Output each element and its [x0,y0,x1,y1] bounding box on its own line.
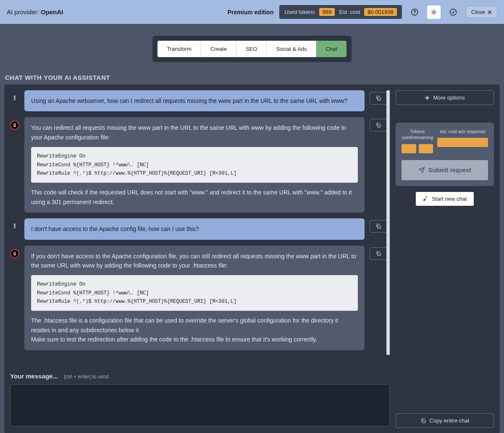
copy-icon [375,251,381,257]
code-block: RewriteEngine On RewriteCond %{HTTP_HOST… [31,147,358,183]
help-icon[interactable] [408,5,421,19]
copy-message-button[interactable] [370,119,387,131]
svg-point-1 [414,13,415,14]
ai-text-after: This code will check if the requested UR… [31,188,358,207]
chat-panel: Using an Apache webserver, how can I red… [4,84,500,433]
provider-name: OpenAI [41,8,63,16]
tab-chat[interactable]: Chat [316,41,346,57]
svg-rect-10 [423,420,425,423]
plus-icon [425,95,430,100]
copy-message-button[interactable] [370,92,387,105]
app-header: AI provider: OpenAI Premium edition Used… [0,0,504,24]
copy-message-button[interactable] [370,247,387,260]
ai-avatar-icon [10,249,19,258]
close-icon [488,10,492,14]
ai-avatar-icon [10,121,19,130]
copy-icon [375,122,381,128]
user-message-bubble: I don't have access to the Apache config… [24,218,365,239]
svg-rect-5 [378,97,380,100]
est-cost-badge: $0.001938 [364,8,396,16]
message-input-area: Your message... [ctrl + enter] to send [10,373,390,428]
copy-message-button[interactable] [370,220,387,233]
check-circle-icon[interactable] [446,5,460,19]
message-input[interactable] [10,384,390,426]
provider-label: AI provider: [7,8,41,16]
edition-label: Premium edition [228,9,274,16]
tab-social-ads[interactable]: Social & Ads [267,41,316,57]
close-button[interactable]: Close [466,6,497,18]
svg-rect-9 [378,253,380,255]
usage-card: Tokens used/remaining est. cost w/o resp… [396,123,494,186]
user-message-bubble: Using an Apache webserver, how can I red… [24,90,365,111]
svg-point-7 [14,224,16,226]
section-title: CHAT WITH YOUR AI ASSISTANT [0,69,504,84]
est-cost-label: Est. cost [339,9,360,15]
tab-create[interactable]: Create [201,41,236,57]
tab-bar: Transform Create SEO Social & Ads Chat [152,36,352,62]
message-row-ai: You can redirect all requests missing th… [10,117,387,213]
provider-display: AI provider: OpenAI [7,8,63,16]
more-options-button[interactable]: More options [396,90,494,105]
tokens-remaining-badge [419,144,433,153]
send-icon [418,167,425,173]
broom-icon [423,196,428,202]
tokens-stat-label: Tokens used/remaining [402,129,433,141]
input-label: Your message... [10,373,58,380]
tab-seo[interactable]: SEO [236,41,267,57]
cost-badge [437,138,488,147]
svg-point-4 [14,96,16,97]
message-row-ai: If you don't have access to the Apache c… [10,246,387,350]
start-new-chat-button[interactable]: Start new chat [416,192,473,206]
svg-point-2 [433,11,435,13]
message-row-user: I don't have access to the Apache config… [10,218,387,239]
ai-text-after: The .htaccess file is a configuration fi… [31,316,358,344]
ai-message-bubble: You can redirect all requests missing th… [24,117,365,213]
scrollbar[interactable] [386,90,390,355]
ai-message-bubble: If you don't have access to the Apache c… [24,246,365,350]
svg-rect-6 [378,125,380,127]
chat-sidebar: More options Tokens used/remaining est. … [396,90,494,428]
code-block: RewriteEngine On RewriteCond %{HTTP_HOST… [31,275,358,311]
theme-toggle-icon[interactable] [427,5,441,19]
ai-text-before: You can redirect all requests missing th… [31,123,358,142]
used-tokens-badge: 969 [319,8,335,16]
input-hint: [ctrl + enter] to send [64,374,108,380]
copy-icon [375,95,381,101]
user-avatar-icon [10,222,19,231]
copy-icon [420,418,426,424]
ai-text-before: If you don't have access to the Apache c… [31,252,358,270]
message-row-user: Using an Apache webserver, how can I red… [10,90,387,111]
token-usage-box: Used tokens 969 Est. cost $0.001938 [279,5,402,19]
user-avatar-icon [10,94,19,103]
chat-scroll[interactable]: Using an Apache webserver, how can I red… [10,90,390,368]
tokens-used-badge [402,144,416,153]
submit-request-button[interactable]: Submit request [402,160,488,180]
svg-point-3 [450,9,456,15]
used-tokens-label: Used tokens [284,9,315,15]
tab-transform[interactable]: Transform [158,41,201,57]
cost-stat-label: est. cost w/o response [437,129,488,134]
copy-entire-chat-button[interactable]: Copy entire chat [396,413,494,428]
copy-icon [375,223,381,229]
svg-rect-8 [378,226,380,228]
